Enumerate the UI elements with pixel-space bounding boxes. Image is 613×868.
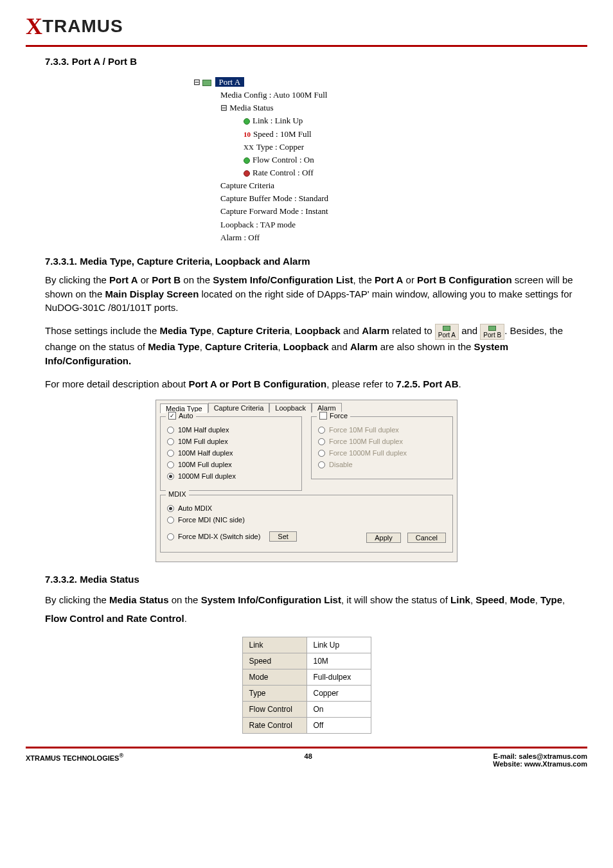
footer: XTRAMUS TECHNOLOGIES® 48 E-mail: sales@x… xyxy=(26,748,587,768)
set-button[interactable]: Set xyxy=(269,531,297,542)
radio-100m-full[interactable] xyxy=(167,461,174,468)
tree-speed: Speed : 10M Full xyxy=(253,129,312,139)
type-icon: XX xyxy=(244,143,254,151)
paragraph-4: By clicking the Media Status on the Syst… xyxy=(45,591,587,628)
radio-force-100m[interactable] xyxy=(318,438,325,445)
logo: X TRAMUS xyxy=(26,13,587,40)
tab-loopback[interactable]: Loopback xyxy=(269,403,312,412)
table-row: Speed10M xyxy=(242,653,371,669)
paragraph-1: By clicking the Port A or Port B on the … xyxy=(45,273,587,315)
radio-force-mdix[interactable] xyxy=(167,533,174,540)
cancel-button[interactable]: Cancel xyxy=(407,533,446,543)
tree-capture-forward: Capture Forward Mode : Instant xyxy=(184,205,429,218)
tree-link: Link : Link Up xyxy=(253,116,303,125)
radio-force-mdi[interactable] xyxy=(167,517,174,524)
footer-page: 48 xyxy=(123,752,493,760)
logo-x: X xyxy=(26,13,42,40)
table-row: Flow ControlOn xyxy=(242,702,371,718)
radio-auto-mdix[interactable] xyxy=(167,505,174,512)
tree-type: Type : Copper xyxy=(256,142,304,152)
tree-media-config: Media Config : Auto 100M Full xyxy=(184,89,429,102)
paragraph-2: Those settings include the Media Type, C… xyxy=(45,324,587,368)
radio-100m-half[interactable] xyxy=(167,450,174,457)
inline-port-a-icon: Port A xyxy=(435,324,459,340)
tabs-row: Media Type Capture Criteria Loopback Ala… xyxy=(160,403,453,412)
radio-10m-full[interactable] xyxy=(167,438,174,445)
footer-left: XTRAMUS TECHNOLOGIES® xyxy=(26,752,123,762)
radio-disable[interactable] xyxy=(318,461,325,468)
paragraph-3: For more detail description about Port A… xyxy=(45,377,587,391)
radio-force-1000m[interactable] xyxy=(318,450,325,457)
force-fieldset: Force Force 10M Full duplex Force 100M F… xyxy=(311,416,453,479)
tree-capture-criteria: Capture Criteria xyxy=(184,179,429,192)
footer-right: E-mail: sales@xtramus.com Website: www.X… xyxy=(493,752,587,768)
auto-checkbox[interactable]: ✓ xyxy=(168,412,176,420)
table-row: ModeFull-dulpex xyxy=(242,669,371,686)
radio-10m-half[interactable] xyxy=(167,427,174,434)
media-status-table: LinkLink Up Speed10M ModeFull-dulpex Typ… xyxy=(242,637,371,734)
tab-capture-criteria[interactable]: Capture Criteria xyxy=(208,403,270,412)
tab-alarm[interactable]: Alarm xyxy=(312,403,342,412)
logo-text: TRAMUS xyxy=(42,16,123,37)
inline-port-b-icon: Port B xyxy=(480,324,504,340)
force-checkbox[interactable] xyxy=(319,412,327,420)
port-icon xyxy=(202,80,211,86)
subheading-2: 7.3.3.2. Media Status xyxy=(45,574,587,585)
auto-fieldset: ✓ Auto 10M Half duplex 10M Full duplex 1… xyxy=(160,416,302,491)
table-row: LinkLink Up xyxy=(242,637,371,653)
status-dot-red xyxy=(244,170,250,177)
speed-icon: 10 xyxy=(244,130,251,138)
subheading-1: 7.3.3.1. Media Type, Capture Criteria, L… xyxy=(45,256,587,267)
tree-port-a: Port A xyxy=(215,77,245,87)
tree-flow: Flow Control : On xyxy=(253,155,314,164)
tree-alarm: Alarm : Off xyxy=(184,231,429,244)
tree-loopback: Loopback : TAP mode xyxy=(184,218,429,231)
tree-view: ⊟ Port A Media Config : Auto 100M Full ⊟… xyxy=(184,76,429,244)
mdix-fieldset: MDIX Auto MDIX Force MDI (NIC side) Forc… xyxy=(160,495,453,553)
tree-media-status: Media Status xyxy=(229,103,273,112)
tree-capture-buffer: Capture Buffer Mode : Standard xyxy=(184,192,429,205)
radio-force-10m[interactable] xyxy=(318,427,325,434)
status-dot-green xyxy=(244,118,250,125)
apply-button[interactable]: Apply xyxy=(366,533,401,543)
media-type-panel: Media Type Capture Criteria Loopback Ala… xyxy=(155,400,458,562)
radio-1000m-full[interactable] xyxy=(167,473,174,480)
status-dot-green xyxy=(244,157,250,164)
table-row: TypeCopper xyxy=(242,686,371,702)
section-title: 7.3.3. Port A / Port B xyxy=(45,56,587,67)
table-row: Rate ControlOff xyxy=(242,718,371,734)
tree-rate: Rate Control : Off xyxy=(253,168,314,177)
header-rule xyxy=(26,45,587,47)
